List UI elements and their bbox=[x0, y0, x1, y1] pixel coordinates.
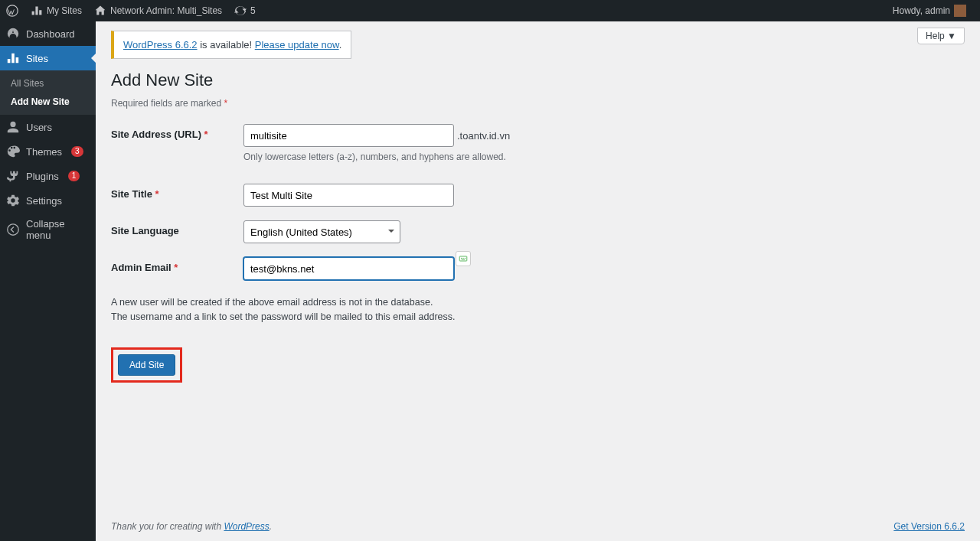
wordpress-icon bbox=[6, 5, 18, 17]
themes-label: Themes bbox=[26, 146, 62, 158]
label-site-title: Site Title * bbox=[111, 184, 243, 200]
add-site-button[interactable]: Add Site bbox=[118, 354, 175, 376]
howdy-label: Howdy, admin bbox=[893, 5, 950, 16]
label-site-language: Site Language bbox=[111, 220, 243, 236]
site-language-select[interactable]: English (United States) bbox=[243, 220, 400, 243]
dashboard-label: Dashboard bbox=[26, 28, 75, 40]
help-button[interactable]: Help ▼ bbox=[917, 28, 965, 44]
keyboard-icon bbox=[459, 254, 468, 263]
plugins-icon bbox=[6, 169, 20, 183]
site-address-hint: Only lowercase letters (a-z), numbers, a… bbox=[243, 152, 965, 162]
footer: Thank you for creating with WordPress. G… bbox=[96, 512, 980, 541]
admin-email-input[interactable] bbox=[243, 257, 454, 280]
my-sites-item[interactable]: My Sites bbox=[24, 0, 88, 21]
submenu-all-sites[interactable]: All Sites bbox=[0, 74, 96, 93]
home-icon bbox=[94, 5, 106, 17]
submenu-add-new-site[interactable]: Add New Site bbox=[0, 93, 96, 111]
required-note: Required fields are marked * bbox=[111, 98, 965, 109]
svg-point-1 bbox=[8, 224, 18, 235]
admin-bar: My Sites Network Admin: Multi_Sites 5 Ho… bbox=[0, 0, 980, 21]
sidebar-item-plugins[interactable]: Plugins 1 bbox=[0, 164, 96, 188]
label-site-address: Site Address (URL) * bbox=[111, 124, 243, 140]
footer-thanks: Thank you for creating with bbox=[111, 521, 224, 532]
row-admin-email: Admin Email * bbox=[111, 257, 965, 280]
admin-sidebar: Dashboard Sites All Sites Add New Site U… bbox=[0, 21, 96, 541]
plugins-badge: 1 bbox=[68, 171, 80, 181]
sidebar-item-dashboard[interactable]: Dashboard bbox=[0, 21, 96, 46]
update-notice: WordPress 6.6.2 is available! Please upd… bbox=[111, 31, 351, 59]
site-address-input[interactable] bbox=[243, 124, 454, 147]
users-icon bbox=[6, 120, 20, 134]
required-star: * bbox=[224, 98, 227, 109]
update-icon bbox=[234, 5, 247, 17]
notice-text: is available! bbox=[198, 39, 255, 51]
submit-highlight: Add Site bbox=[111, 347, 182, 383]
my-sites-label: My Sites bbox=[47, 5, 82, 16]
svg-point-4 bbox=[462, 258, 463, 259]
sidebar-item-sites[interactable]: Sites bbox=[0, 46, 96, 70]
notice-link-version[interactable]: WordPress 6.6.2 bbox=[123, 39, 198, 51]
updates-item[interactable]: 5 bbox=[228, 0, 262, 21]
themes-badge: 3 bbox=[71, 146, 83, 157]
dashboard-icon bbox=[6, 27, 20, 41]
network-admin-item[interactable]: Network Admin: Multi_Sites bbox=[88, 0, 228, 21]
sites-submenu: All Sites Add New Site bbox=[0, 70, 96, 115]
settings-label: Settings bbox=[26, 195, 62, 207]
password-helper-icon[interactable] bbox=[456, 251, 471, 266]
site-title-input[interactable] bbox=[243, 184, 454, 207]
main-content: Help ▼ WordPress 6.6.2 is available! Ple… bbox=[96, 21, 980, 541]
row-site-language: Site Language English (United States) bbox=[111, 220, 965, 243]
sidebar-item-themes[interactable]: Themes 3 bbox=[0, 139, 96, 164]
notice-link-update[interactable]: Please update now bbox=[255, 39, 339, 51]
collapse-icon bbox=[6, 223, 20, 236]
row-site-title: Site Title * bbox=[111, 184, 965, 207]
avatar bbox=[954, 5, 966, 17]
users-label: Users bbox=[26, 122, 52, 133]
sites-menu-icon bbox=[6, 51, 20, 65]
page-title: Add New Site bbox=[111, 70, 965, 90]
settings-icon bbox=[6, 194, 20, 207]
svg-point-3 bbox=[461, 258, 462, 259]
svg-rect-6 bbox=[462, 259, 466, 260]
sites-icon bbox=[31, 5, 43, 17]
themes-icon bbox=[6, 145, 20, 158]
sidebar-item-users[interactable]: Users bbox=[0, 115, 96, 139]
sites-label: Sites bbox=[26, 53, 48, 64]
footer-wp-link[interactable]: WordPress bbox=[224, 521, 269, 532]
footer-version-link[interactable]: Get Version 6.6.2 bbox=[893, 521, 965, 532]
network-admin-label: Network Admin: Multi_Sites bbox=[110, 5, 222, 16]
howdy-item[interactable]: Howdy, admin bbox=[887, 0, 972, 21]
row-site-address: Site Address (URL) * .toantv.id.vn Only … bbox=[111, 124, 965, 162]
wp-logo-item[interactable] bbox=[0, 0, 24, 21]
updates-count: 5 bbox=[250, 5, 256, 16]
info-text: A new user will be created if the above … bbox=[111, 295, 965, 324]
sidebar-collapse[interactable]: Collapse menu bbox=[0, 213, 96, 246]
plugins-label: Plugins bbox=[26, 171, 59, 182]
svg-point-5 bbox=[465, 258, 466, 259]
label-admin-email: Admin Email * bbox=[111, 257, 243, 273]
sidebar-item-settings[interactable]: Settings bbox=[0, 188, 96, 213]
domain-suffix: .toantv.id.vn bbox=[457, 130, 510, 142]
collapse-label: Collapse menu bbox=[26, 218, 90, 241]
